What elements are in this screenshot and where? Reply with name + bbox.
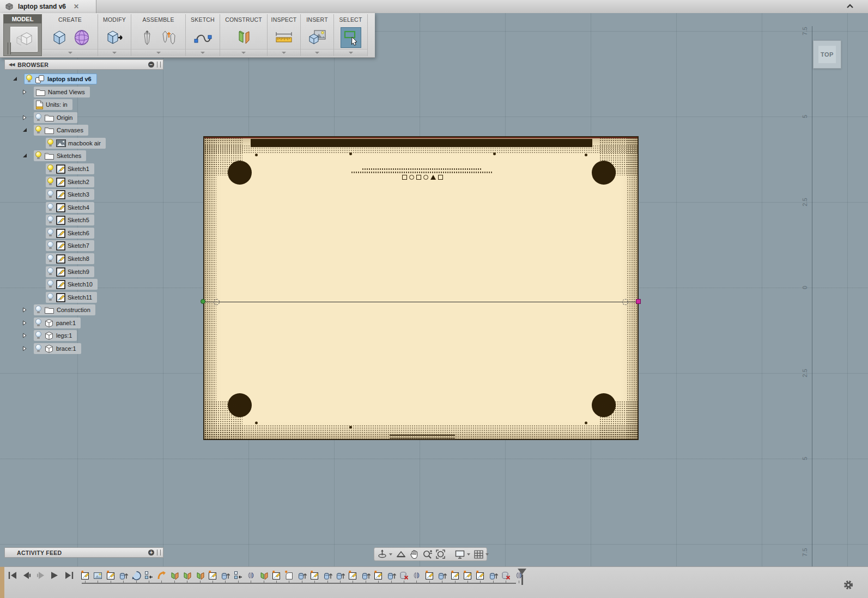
timeline-feature-sweep-icon[interactable] — [156, 570, 167, 581]
browser-item-label[interactable]: Sketch11 — [68, 294, 92, 301]
browser-item-pill[interactable]: Units: in — [34, 99, 72, 110]
expander-closed-icon[interactable] — [22, 307, 27, 313]
browser-item-sketch6[interactable]: Sketch6 — [4, 228, 94, 239]
timeline-position-marker[interactable] — [518, 569, 526, 585]
insert-canvas-icon[interactable] — [307, 29, 327, 46]
toolbar-grip[interactable] — [8, 42, 11, 54]
visibility-bulb-off-icon[interactable] — [47, 293, 54, 302]
visibility-bulb-off-icon[interactable] — [47, 190, 54, 199]
display-settings-icon[interactable] — [455, 550, 465, 559]
view-cube[interactable]: TOP — [813, 40, 841, 69]
visibility-bulb-on-icon[interactable] — [26, 75, 33, 83]
timeline-feature-plane-icon[interactable] — [182, 570, 192, 581]
orbit-icon[interactable] — [378, 550, 387, 559]
browser-item-label[interactable]: Origin — [57, 114, 72, 121]
timeline-feature-extrude-icon[interactable] — [220, 570, 230, 581]
timeline-feature-plane-icon[interactable] — [169, 570, 180, 581]
browser-grip-icon[interactable] — [157, 62, 161, 68]
press-pull-icon[interactable] — [105, 29, 124, 46]
measure-icon[interactable] — [274, 30, 294, 45]
visibility-bulb-off-icon[interactable] — [35, 344, 42, 353]
timeline-feature-extrude-icon[interactable] — [386, 570, 397, 581]
browser-item-label[interactable]: Named Views — [48, 89, 85, 95]
timeline-feature-extrude-icon[interactable] — [297, 570, 307, 581]
timeline-feature-extrude-icon[interactable] — [361, 570, 371, 581]
browser-item-label[interactable]: Sketch7 — [68, 242, 89, 249]
fit-icon[interactable] — [436, 550, 445, 559]
browser-item-pill[interactable]: Sketch1 — [46, 163, 94, 174]
timeline-feature-sketch-icon[interactable] — [208, 570, 218, 581]
toolbar-group-dropdown[interactable] — [301, 49, 333, 56]
expander-closed-icon[interactable] — [22, 346, 27, 351]
browser-panel-header[interactable]: ◀◀ BROWSER − — [4, 59, 163, 70]
browser-item-label[interactable]: Sketches — [57, 152, 81, 159]
view-cube-top-face[interactable]: TOP — [818, 46, 836, 63]
browser-item-sketch7[interactable]: Sketch7 — [4, 240, 94, 251]
browser-item-label[interactable]: panel:1 — [56, 320, 76, 326]
expander-closed-icon[interactable] — [22, 115, 27, 120]
chevron-down-icon[interactable] — [156, 52, 161, 54]
look-at-icon[interactable] — [396, 550, 406, 559]
browser-item-label[interactable]: Construction — [57, 307, 90, 313]
browser-item-label[interactable]: Sketch8 — [68, 255, 89, 262]
step-forward-button[interactable] — [36, 571, 46, 579]
construction-plane-icon[interactable] — [234, 29, 253, 46]
timeline-feature-sketch-icon[interactable] — [309, 570, 320, 581]
toolbar-group-dropdown[interactable] — [98, 49, 131, 56]
timeline-feature-joint-icon[interactable] — [411, 570, 422, 581]
timeline-feature-revolve-icon[interactable] — [131, 570, 142, 581]
toolbar-group-dropdown[interactable] — [220, 49, 267, 56]
sketch-line[interactable] — [203, 302, 639, 302]
browser-item-label[interactable]: macbook air — [68, 140, 101, 147]
visibility-bulb-off-icon[interactable] — [47, 280, 54, 289]
select-window-icon[interactable] — [341, 27, 361, 48]
visibility-bulb-off-icon[interactable] — [35, 113, 42, 122]
visibility-bulb-off-icon[interactable] — [47, 229, 54, 237]
chevron-down-icon[interactable] — [467, 553, 470, 556]
browser-item-pill[interactable]: Sketch4 — [46, 202, 94, 213]
visibility-bulb-off-icon[interactable] — [47, 203, 54, 212]
visibility-bulb-on-icon[interactable] — [47, 164, 54, 173]
visibility-bulb-off-icon[interactable] — [47, 254, 54, 263]
browser-item-pill[interactable]: laptop stand v6 — [24, 74, 97, 84]
browser-item-brace-1[interactable]: brace:1 — [4, 343, 81, 354]
browser-item-label[interactable]: Units: in — [46, 101, 68, 108]
browser-item-pill[interactable]: Sketch3 — [46, 189, 94, 200]
timeline-feature-sketch-icon[interactable] — [348, 570, 358, 581]
visibility-bulb-on-icon[interactable] — [47, 139, 54, 148]
browser-item-label[interactable]: Sketch5 — [68, 217, 89, 223]
timeline-feature-extrude-icon[interactable] — [488, 570, 499, 581]
browser-item-label[interactable]: Sketch3 — [68, 191, 89, 198]
browser-item-pill[interactable]: Sketch5 — [46, 215, 94, 225]
browser-item-panel-1[interactable]: panel:1 — [4, 318, 81, 328]
play-button[interactable] — [50, 571, 59, 579]
chevron-down-icon[interactable] — [389, 553, 392, 556]
browser-item-label[interactable]: brace:1 — [56, 345, 76, 352]
expander-open-icon[interactable] — [22, 127, 27, 132]
expander-open-icon[interactable] — [13, 76, 17, 81]
browser-item-sketch1[interactable]: Sketch1 — [4, 163, 94, 174]
activity-feed-plus-icon[interactable]: + — [148, 550, 154, 556]
timeline-feature-component-icon[interactable] — [233, 570, 244, 581]
chevron-down-icon[interactable] — [349, 52, 353, 54]
timeline-feature-sketch-icon[interactable] — [80, 570, 90, 581]
timeline-feature-sketch-icon[interactable] — [450, 570, 460, 581]
chevron-down-icon[interactable] — [282, 52, 286, 54]
expander-open-icon[interactable] — [22, 153, 27, 158]
browser-item-sketch5[interactable]: Sketch5 — [4, 215, 94, 225]
grid-display-icon[interactable] — [474, 550, 483, 559]
document-tab[interactable]: laptop stand v6 ✕ — [0, 0, 96, 13]
browser-item-label[interactable]: legs:1 — [56, 332, 72, 339]
activity-feed-header[interactable]: ACTIVITY FEED + — [4, 547, 163, 558]
browser-item-sketch9[interactable]: Sketch9 — [4, 266, 94, 277]
browser-item-label[interactable]: Sketch4 — [68, 204, 89, 211]
visibility-bulb-off-icon[interactable] — [35, 306, 42, 314]
sketch-point-left[interactable] — [201, 299, 205, 304]
tab-close-icon[interactable]: ✕ — [74, 3, 79, 10]
browser-item-pill[interactable]: Canvases — [34, 125, 88, 136]
toolbar-group-dropdown[interactable] — [334, 49, 367, 56]
browser-item-units-in[interactable]: Units: in — [4, 99, 72, 110]
browser-item-label[interactable]: Sketch9 — [68, 269, 89, 275]
browser-item-construction[interactable]: Construction — [4, 304, 95, 315]
timeline-feature-extrude-icon[interactable] — [323, 570, 333, 581]
